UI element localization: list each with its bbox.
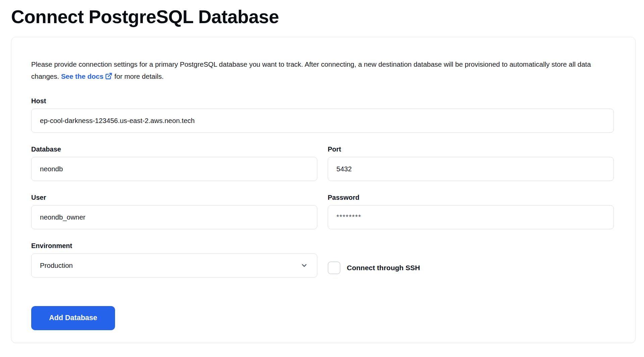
user-label: User (31, 194, 317, 201)
user-password-row: User Password (31, 194, 614, 242)
database-input[interactable] (31, 157, 317, 181)
user-field-group: User (31, 194, 317, 229)
ssh-option-row: Connect through SSH (328, 256, 614, 280)
host-field-group: Host (31, 97, 614, 133)
host-input[interactable] (31, 109, 614, 133)
description: Please provide connection settings for a… (31, 58, 605, 82)
page-title: Connect PostgreSQL Database (11, 5, 644, 28)
database-field-group: Database (31, 145, 317, 181)
port-input[interactable] (328, 157, 614, 181)
environment-ssh-row: Environment Production Connect through S… (31, 242, 614, 290)
see-the-docs-label: See the docs (61, 72, 103, 80)
password-input[interactable] (328, 205, 614, 229)
external-link-icon (105, 72, 112, 80)
form-actions: Add Database (31, 306, 614, 330)
environment-select[interactable]: Production (31, 253, 317, 278)
user-input[interactable] (31, 205, 317, 229)
description-text-end: for more details. (112, 72, 164, 80)
environment-label: Environment (31, 242, 317, 250)
database-port-row: Database Port (31, 145, 614, 194)
add-database-button[interactable]: Add Database (31, 306, 115, 330)
password-field-group: Password (328, 194, 614, 229)
chevron-down-icon (301, 262, 308, 269)
environment-field-group: Environment Production (31, 242, 317, 278)
environment-selected-value: Production (40, 261, 73, 270)
ssh-checkbox-label[interactable]: Connect through SSH (347, 264, 420, 272)
ssh-checkbox[interactable] (328, 261, 340, 274)
host-label: Host (31, 97, 614, 105)
database-label: Database (31, 145, 317, 153)
port-field-group: Port (328, 145, 614, 181)
password-label: Password (328, 194, 614, 201)
see-the-docs-link[interactable]: See the docs (61, 72, 112, 80)
port-label: Port (328, 145, 614, 153)
connection-form-card: Please provide connection settings for a… (11, 37, 636, 343)
